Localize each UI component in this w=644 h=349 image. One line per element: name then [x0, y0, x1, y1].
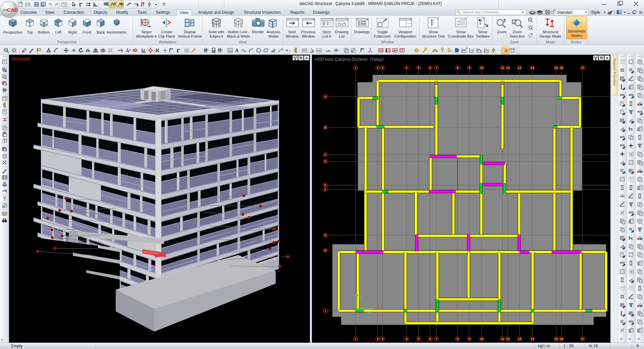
- svg-text:mm²: mm²: [317, 49, 322, 52]
- svg-text:2: 2: [377, 66, 379, 69]
- svg-text:11: 11: [501, 337, 504, 341]
- svg-text:2: 2: [377, 337, 379, 341]
- svg-text:10: 10: [480, 337, 483, 341]
- svg-text:5: 5: [418, 66, 420, 69]
- svg-text:I: I: [325, 309, 326, 312]
- svg-text:D: D: [324, 160, 326, 163]
- svg-text:7: 7: [436, 337, 437, 341]
- svg-text:9: 9: [469, 337, 470, 341]
- svg-text:14: 14: [531, 66, 534, 69]
- svg-text:9: 9: [469, 66, 470, 69]
- svg-text:3P: 3P: [393, 49, 397, 52]
- svg-text:CAD: CAD: [7, 7, 18, 13]
- svg-text:C: C: [324, 153, 326, 156]
- svg-text:6: 6: [429, 337, 431, 341]
- svg-text:17: 17: [581, 337, 584, 341]
- svg-text:?: ?: [480, 49, 482, 52]
- svg-text:ABC: ABC: [3, 214, 7, 216]
- svg-text:12: 12: [506, 66, 509, 69]
- svg-text:XY: XY: [379, 49, 383, 52]
- svg-text:?: ?: [618, 10, 621, 14]
- svg-text:6: 6: [429, 66, 431, 69]
- svg-text:13: 13: [518, 337, 521, 341]
- svg-text:2: 2: [623, 330, 624, 333]
- svg-text:11: 11: [501, 66, 504, 69]
- svg-text:Y: Y: [359, 296, 361, 299]
- svg-text:P: P: [472, 50, 474, 52]
- svg-text:16: 16: [560, 337, 563, 341]
- svg-text:3: 3: [382, 66, 383, 69]
- svg-text:4: 4: [406, 66, 408, 69]
- svg-text:17: 17: [581, 66, 584, 69]
- svg-text:4: 4: [406, 337, 408, 341]
- svg-text:?: ?: [2, 104, 4, 107]
- svg-text:8: 8: [457, 66, 459, 69]
- svg-text:▌Z: ▌Z: [386, 49, 390, 52]
- svg-text:E: E: [324, 184, 326, 187]
- svg-text:B: B: [324, 126, 326, 129]
- svg-text:F: F: [324, 188, 326, 191]
- svg-text:?: ?: [312, 50, 314, 52]
- svg-text:1: 1: [355, 66, 357, 69]
- svg-text:10: 10: [480, 66, 483, 69]
- svg-text:8: 8: [457, 337, 459, 341]
- svg-text:2: 2: [289, 49, 290, 52]
- svg-text:m²: m²: [303, 49, 307, 52]
- svg-text:5: 5: [418, 337, 420, 341]
- svg-text:15: 15: [554, 337, 558, 341]
- svg-text:13: 13: [518, 66, 521, 69]
- svg-text:X: X: [368, 311, 370, 314]
- svg-text:7: 7: [436, 66, 437, 69]
- svg-text:3: 3: [382, 337, 383, 341]
- svg-text:A: A: [324, 95, 326, 98]
- svg-text:T: T: [479, 22, 481, 26]
- svg-text:?: ?: [293, 49, 295, 52]
- svg-text:1: 1: [355, 337, 357, 341]
- svg-text:G: G: [324, 234, 327, 237]
- svg-text:15: 15: [554, 66, 558, 69]
- svg-text:1: 1: [621, 211, 622, 213]
- svg-text:1: 1: [621, 328, 622, 331]
- svg-text:H: H: [324, 249, 326, 252]
- svg-text:14: 14: [531, 337, 534, 341]
- svg-text:A: A: [235, 48, 239, 53]
- svg-text:16: 16: [560, 66, 563, 69]
- svg-text:2: 2: [623, 213, 624, 215]
- svg-text:12: 12: [506, 337, 509, 341]
